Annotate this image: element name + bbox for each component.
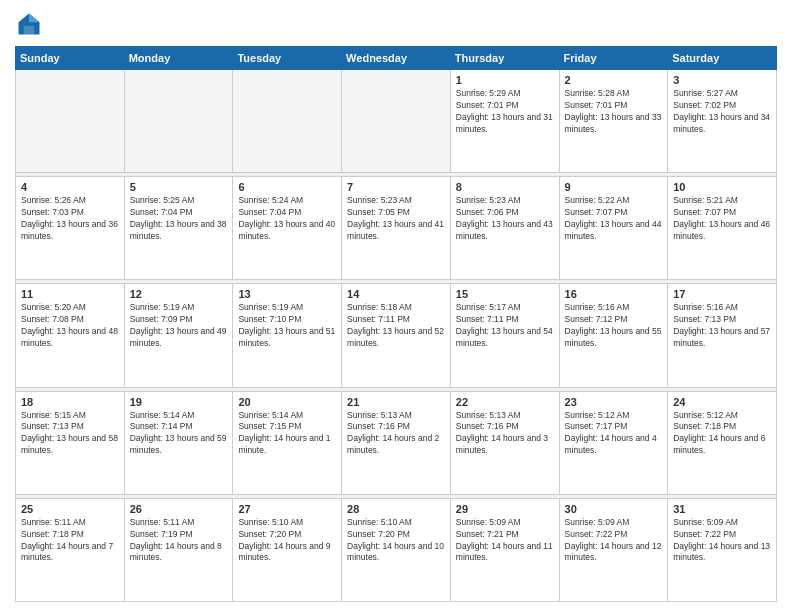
day-number: 23	[565, 396, 663, 408]
day-info: Sunrise: 5:23 AMSunset: 7:05 PMDaylight:…	[347, 195, 445, 243]
day-number: 21	[347, 396, 445, 408]
day-number: 6	[238, 181, 336, 193]
day-number: 8	[456, 181, 554, 193]
day-info: Sunrise: 5:17 AMSunset: 7:11 PMDaylight:…	[456, 302, 554, 350]
day-number: 14	[347, 288, 445, 300]
day-number: 27	[238, 503, 336, 515]
day-info: Sunrise: 5:16 AMSunset: 7:12 PMDaylight:…	[565, 302, 663, 350]
day-number: 12	[130, 288, 228, 300]
day-number: 31	[673, 503, 771, 515]
day-info: Sunrise: 5:09 AMSunset: 7:22 PMDaylight:…	[565, 517, 663, 565]
calendar-page: SundayMondayTuesdayWednesdayThursdayFrid…	[0, 0, 792, 612]
calendar-cell: 26Sunrise: 5:11 AMSunset: 7:19 PMDayligh…	[124, 498, 233, 601]
calendar-cell: 9Sunrise: 5:22 AMSunset: 7:07 PMDaylight…	[559, 177, 668, 280]
day-number: 26	[130, 503, 228, 515]
day-info: Sunrise: 5:29 AMSunset: 7:01 PMDaylight:…	[456, 88, 554, 136]
header	[15, 10, 777, 38]
calendar-cell	[342, 70, 451, 173]
day-info: Sunrise: 5:28 AMSunset: 7:01 PMDaylight:…	[565, 88, 663, 136]
day-number: 30	[565, 503, 663, 515]
calendar-week-row: 4Sunrise: 5:26 AMSunset: 7:03 PMDaylight…	[16, 177, 777, 280]
calendar-cell: 5Sunrise: 5:25 AMSunset: 7:04 PMDaylight…	[124, 177, 233, 280]
day-info: Sunrise: 5:12 AMSunset: 7:18 PMDaylight:…	[673, 410, 771, 458]
day-info: Sunrise: 5:27 AMSunset: 7:02 PMDaylight:…	[673, 88, 771, 136]
weekday-header: Friday	[559, 47, 668, 70]
weekday-header: Thursday	[450, 47, 559, 70]
day-number: 25	[21, 503, 119, 515]
calendar-cell: 1Sunrise: 5:29 AMSunset: 7:01 PMDaylight…	[450, 70, 559, 173]
day-number: 22	[456, 396, 554, 408]
svg-rect-2	[24, 26, 35, 35]
day-number: 20	[238, 396, 336, 408]
logo	[15, 10, 47, 38]
day-info: Sunrise: 5:15 AMSunset: 7:13 PMDaylight:…	[21, 410, 119, 458]
weekday-header: Monday	[124, 47, 233, 70]
calendar-cell: 14Sunrise: 5:18 AMSunset: 7:11 PMDayligh…	[342, 284, 451, 387]
day-number: 24	[673, 396, 771, 408]
day-number: 19	[130, 396, 228, 408]
day-number: 13	[238, 288, 336, 300]
day-number: 3	[673, 74, 771, 86]
day-number: 18	[21, 396, 119, 408]
calendar-body: 1Sunrise: 5:29 AMSunset: 7:01 PMDaylight…	[16, 70, 777, 602]
day-info: Sunrise: 5:22 AMSunset: 7:07 PMDaylight:…	[565, 195, 663, 243]
calendar-cell: 22Sunrise: 5:13 AMSunset: 7:16 PMDayligh…	[450, 391, 559, 494]
day-info: Sunrise: 5:13 AMSunset: 7:16 PMDaylight:…	[347, 410, 445, 458]
weekday-header: Sunday	[16, 47, 125, 70]
calendar-cell: 11Sunrise: 5:20 AMSunset: 7:08 PMDayligh…	[16, 284, 125, 387]
calendar-cell: 25Sunrise: 5:11 AMSunset: 7:18 PMDayligh…	[16, 498, 125, 601]
day-info: Sunrise: 5:10 AMSunset: 7:20 PMDaylight:…	[347, 517, 445, 565]
day-number: 17	[673, 288, 771, 300]
day-info: Sunrise: 5:16 AMSunset: 7:13 PMDaylight:…	[673, 302, 771, 350]
day-info: Sunrise: 5:23 AMSunset: 7:06 PMDaylight:…	[456, 195, 554, 243]
day-number: 7	[347, 181, 445, 193]
svg-marker-1	[29, 14, 40, 23]
day-info: Sunrise: 5:14 AMSunset: 7:15 PMDaylight:…	[238, 410, 336, 458]
calendar-cell: 24Sunrise: 5:12 AMSunset: 7:18 PMDayligh…	[668, 391, 777, 494]
calendar-cell: 21Sunrise: 5:13 AMSunset: 7:16 PMDayligh…	[342, 391, 451, 494]
day-info: Sunrise: 5:26 AMSunset: 7:03 PMDaylight:…	[21, 195, 119, 243]
day-info: Sunrise: 5:10 AMSunset: 7:20 PMDaylight:…	[238, 517, 336, 565]
calendar-cell: 23Sunrise: 5:12 AMSunset: 7:17 PMDayligh…	[559, 391, 668, 494]
calendar-header-row: SundayMondayTuesdayWednesdayThursdayFrid…	[16, 47, 777, 70]
day-number: 2	[565, 74, 663, 86]
calendar-cell	[124, 70, 233, 173]
calendar-cell: 27Sunrise: 5:10 AMSunset: 7:20 PMDayligh…	[233, 498, 342, 601]
calendar-cell: 3Sunrise: 5:27 AMSunset: 7:02 PMDaylight…	[668, 70, 777, 173]
day-info: Sunrise: 5:11 AMSunset: 7:18 PMDaylight:…	[21, 517, 119, 565]
calendar-cell: 31Sunrise: 5:09 AMSunset: 7:22 PMDayligh…	[668, 498, 777, 601]
day-info: Sunrise: 5:13 AMSunset: 7:16 PMDaylight:…	[456, 410, 554, 458]
day-info: Sunrise: 5:19 AMSunset: 7:10 PMDaylight:…	[238, 302, 336, 350]
calendar-cell: 12Sunrise: 5:19 AMSunset: 7:09 PMDayligh…	[124, 284, 233, 387]
calendar-table: SundayMondayTuesdayWednesdayThursdayFrid…	[15, 46, 777, 602]
calendar-week-row: 25Sunrise: 5:11 AMSunset: 7:18 PMDayligh…	[16, 498, 777, 601]
day-number: 28	[347, 503, 445, 515]
calendar-week-row: 1Sunrise: 5:29 AMSunset: 7:01 PMDaylight…	[16, 70, 777, 173]
day-number: 15	[456, 288, 554, 300]
calendar-cell: 10Sunrise: 5:21 AMSunset: 7:07 PMDayligh…	[668, 177, 777, 280]
calendar-cell: 18Sunrise: 5:15 AMSunset: 7:13 PMDayligh…	[16, 391, 125, 494]
day-number: 9	[565, 181, 663, 193]
day-info: Sunrise: 5:24 AMSunset: 7:04 PMDaylight:…	[238, 195, 336, 243]
day-number: 16	[565, 288, 663, 300]
calendar-cell: 30Sunrise: 5:09 AMSunset: 7:22 PMDayligh…	[559, 498, 668, 601]
weekday-header: Wednesday	[342, 47, 451, 70]
calendar-cell: 6Sunrise: 5:24 AMSunset: 7:04 PMDaylight…	[233, 177, 342, 280]
day-info: Sunrise: 5:12 AMSunset: 7:17 PMDaylight:…	[565, 410, 663, 458]
calendar-cell: 7Sunrise: 5:23 AMSunset: 7:05 PMDaylight…	[342, 177, 451, 280]
day-info: Sunrise: 5:25 AMSunset: 7:04 PMDaylight:…	[130, 195, 228, 243]
calendar-week-row: 18Sunrise: 5:15 AMSunset: 7:13 PMDayligh…	[16, 391, 777, 494]
calendar-cell: 16Sunrise: 5:16 AMSunset: 7:12 PMDayligh…	[559, 284, 668, 387]
calendar-cell: 13Sunrise: 5:19 AMSunset: 7:10 PMDayligh…	[233, 284, 342, 387]
day-number: 5	[130, 181, 228, 193]
logo-icon	[15, 10, 43, 38]
day-info: Sunrise: 5:09 AMSunset: 7:22 PMDaylight:…	[673, 517, 771, 565]
weekday-header: Saturday	[668, 47, 777, 70]
day-number: 29	[456, 503, 554, 515]
day-info: Sunrise: 5:18 AMSunset: 7:11 PMDaylight:…	[347, 302, 445, 350]
day-info: Sunrise: 5:09 AMSunset: 7:21 PMDaylight:…	[456, 517, 554, 565]
calendar-cell: 20Sunrise: 5:14 AMSunset: 7:15 PMDayligh…	[233, 391, 342, 494]
day-info: Sunrise: 5:21 AMSunset: 7:07 PMDaylight:…	[673, 195, 771, 243]
calendar-cell: 17Sunrise: 5:16 AMSunset: 7:13 PMDayligh…	[668, 284, 777, 387]
day-number: 1	[456, 74, 554, 86]
